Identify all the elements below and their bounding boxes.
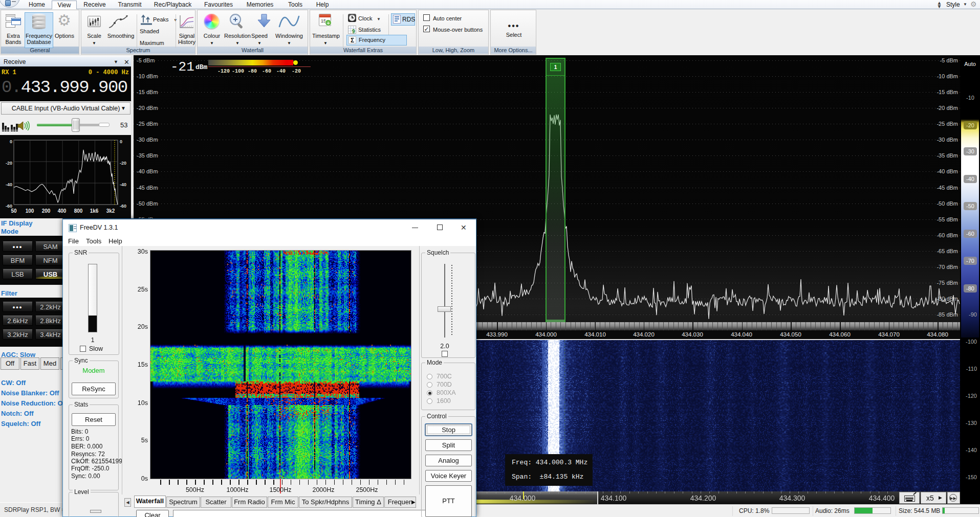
svg-text:-60: -60	[120, 204, 126, 209]
svg-text:1k6: 1k6	[90, 208, 99, 214]
svg-text:-40: -40	[6, 182, 12, 187]
svg-text:800: 800	[74, 208, 83, 214]
svg-text:200: 200	[42, 208, 51, 214]
svg-text:3k2: 3k2	[106, 208, 115, 214]
svg-text:0: 0	[10, 139, 12, 144]
svg-text:0: 0	[120, 139, 122, 144]
svg-text:50: 50	[11, 208, 17, 214]
svg-text:-20: -20	[6, 161, 12, 166]
svg-text:400: 400	[58, 208, 67, 214]
svg-text:100: 100	[26, 208, 34, 214]
svg-text:-20: -20	[120, 161, 126, 166]
svg-text:-40: -40	[120, 182, 126, 187]
